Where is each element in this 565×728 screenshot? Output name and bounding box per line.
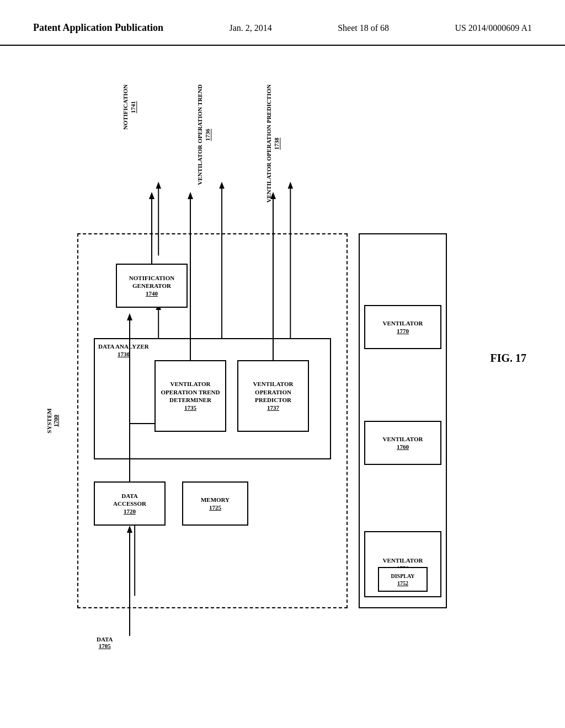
ventilator-1750-box: VENTILATOR1750 DISPLAY1752 bbox=[364, 531, 441, 597]
ventilator-1760-label: VENTILATOR1760 bbox=[383, 435, 423, 451]
svg-marker-16 bbox=[149, 192, 154, 199]
memory-box: MEMORY1725 bbox=[182, 481, 248, 526]
ventilator-1760-box: VENTILATOR1760 bbox=[364, 421, 441, 465]
sheet-info: Sheet 18 of 68 bbox=[338, 23, 389, 33]
display-label: DISPLAY1752 bbox=[391, 572, 415, 587]
display-box: DISPLAY1752 bbox=[378, 567, 428, 592]
svg-marker-18 bbox=[188, 192, 193, 199]
page-header: Patent Application Publication Jan. 2, 2… bbox=[0, 0, 565, 46]
ventilator-operation-predictor-box: VENTILATOROPERATIONPREDICTOR1737 bbox=[237, 360, 309, 432]
publication-title: Patent Application Publication bbox=[33, 22, 163, 34]
ventilator-operation-predictor-label: VENTILATOROPERATIONPREDICTOR1737 bbox=[253, 380, 294, 411]
data-analyzer-label: DATA ANALYZER1730 bbox=[98, 342, 149, 358]
notification-generator-label: NOTIFICATIONGENERATOR1740 bbox=[129, 274, 174, 298]
notification-output-label: NOTIFICATION1741 bbox=[121, 84, 137, 130]
fig-label: FIG. 17 bbox=[490, 352, 526, 365]
data-accessor-label: DATAACCESSOR1720 bbox=[113, 492, 146, 516]
memory-label: MEMORY1725 bbox=[201, 496, 230, 512]
ventilator-operation-trend-output-label: VENTILATOR OPERATION TREND1736 bbox=[196, 84, 212, 185]
patent-number: US 2014/0000609 A1 bbox=[455, 23, 532, 33]
svg-marker-5 bbox=[156, 182, 161, 189]
svg-marker-9 bbox=[288, 182, 294, 189]
main-content: NOTIFICATION1741 VENTILATOR OPERATION TR… bbox=[0, 46, 565, 719]
diagram-area: NOTIFICATION1741 VENTILATOR OPERATION TR… bbox=[33, 79, 532, 686]
ventilator-operation-prediction-output-label: VENTILATOR OPERATION PREDICTION1738 bbox=[265, 84, 281, 203]
ventilator-operation-trend-determiner-label: VENTILATOROPERATION TRENDDETERMINER1735 bbox=[161, 380, 220, 411]
data-accessor-box: DATAACCESSOR1720 bbox=[94, 481, 166, 526]
ventilator-operation-trend-determiner-box: VENTILATOROPERATION TRENDDETERMINER1735 bbox=[154, 360, 226, 432]
ventilator-1770-label: VENTILATOR1770 bbox=[383, 319, 423, 335]
svg-marker-7 bbox=[219, 182, 225, 189]
data-input-label: DATA1705 bbox=[97, 636, 113, 649]
ventilator-1770-box: VENTILATOR1770 bbox=[364, 305, 441, 349]
notification-generator-box: NOTIFICATIONGENERATOR1740 bbox=[116, 264, 188, 308]
system-label: SYSTEM1700 bbox=[46, 408, 59, 433]
publication-date: Jan. 2, 2014 bbox=[229, 23, 271, 33]
